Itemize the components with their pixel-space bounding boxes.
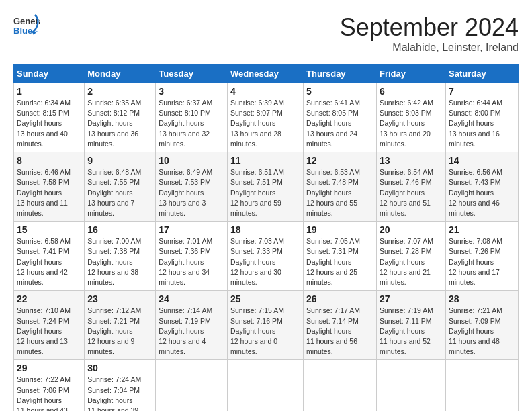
calendar-cell: 20Sunrise: 7:07 AMSunset: 7:28 PMDayligh… [376,222,445,291]
day-number: 5 [306,86,373,97]
day-info: Sunrise: 6:42 AMSunset: 8:03 PMDaylight … [380,98,443,149]
calendar-cell: 5Sunrise: 6:41 AMSunset: 8:05 PMDaylight… [304,83,377,152]
calendar-cell: 27Sunrise: 7:19 AMSunset: 7:11 PMDayligh… [376,291,445,360]
day-info: Sunrise: 7:05 AMSunset: 7:31 PMDaylight … [306,236,373,287]
day-number: 27 [380,293,443,304]
calendar-cell: 7Sunrise: 6:44 AMSunset: 8:00 PMDaylight… [445,83,518,152]
day-number: 6 [380,86,443,97]
calendar-cell: 17Sunrise: 7:01 AMSunset: 7:36 PMDayligh… [156,222,228,291]
day-info: Sunrise: 7:01 AMSunset: 7:36 PMDaylight … [159,236,224,287]
day-info: Sunrise: 6:54 AMSunset: 7:46 PMDaylight … [380,167,443,218]
day-number: 9 [87,155,152,166]
calendar-week-row: 22Sunrise: 7:10 AMSunset: 7:24 PMDayligh… [14,291,519,360]
calendar-table: SundayMondayTuesdayWednesdayThursdayFrid… [13,64,519,411]
day-number: 2 [87,86,152,97]
day-info: Sunrise: 7:24 AMSunset: 7:04 PMDaylight … [87,375,152,411]
day-number: 24 [159,293,224,304]
calendar-week-row: 1Sunrise: 6:34 AMSunset: 8:15 PMDaylight… [14,83,519,152]
calendar-week-row: 15Sunrise: 6:58 AMSunset: 7:41 PMDayligh… [14,222,519,291]
day-number: 10 [159,155,224,166]
calendar-cell: 11Sunrise: 6:51 AMSunset: 7:51 PMDayligh… [228,152,304,222]
calendar-day-header: Sunday [14,64,85,83]
day-info: Sunrise: 7:07 AMSunset: 7:28 PMDaylight … [380,236,443,287]
day-number: 23 [87,293,152,304]
day-number: 3 [159,86,224,97]
day-info: Sunrise: 6:48 AMSunset: 7:55 PMDaylight … [87,167,152,218]
day-number: 21 [449,224,515,235]
day-number: 4 [230,86,300,97]
day-number: 12 [306,155,373,166]
day-number: 18 [230,224,300,235]
calendar-cell [304,360,377,411]
day-info: Sunrise: 7:22 AMSunset: 7:06 PMDaylight … [17,375,81,411]
calendar-day-header: Thursday [304,64,377,83]
calendar-day-header: Friday [376,64,445,83]
day-number: 8 [17,155,81,166]
day-number: 22 [17,293,81,304]
day-number: 19 [306,224,373,235]
day-info: Sunrise: 6:44 AMSunset: 8:00 PMDaylight … [449,98,515,149]
calendar-cell: 29Sunrise: 7:22 AMSunset: 7:06 PMDayligh… [14,360,85,411]
calendar-cell: 15Sunrise: 6:58 AMSunset: 7:41 PMDayligh… [14,222,85,291]
calendar-cell: 1Sunrise: 6:34 AMSunset: 8:15 PMDaylight… [14,83,85,152]
day-info: Sunrise: 7:19 AMSunset: 7:11 PMDaylight … [380,306,443,357]
day-info: Sunrise: 6:53 AMSunset: 7:48 PMDaylight … [306,167,373,218]
day-info: Sunrise: 6:58 AMSunset: 7:41 PMDaylight … [17,236,81,287]
day-info: Sunrise: 6:34 AMSunset: 8:15 PMDaylight … [17,98,81,149]
day-number: 20 [380,224,443,235]
day-number: 11 [230,155,300,166]
day-info: Sunrise: 6:51 AMSunset: 7:51 PMDaylight … [230,167,300,218]
day-info: Sunrise: 7:10 AMSunset: 7:24 PMDaylight … [17,306,81,357]
calendar-cell: 3Sunrise: 6:37 AMSunset: 8:10 PMDaylight… [156,83,228,152]
calendar-cell: 12Sunrise: 6:53 AMSunset: 7:48 PMDayligh… [304,152,377,222]
svg-text:Blue: Blue [13,26,32,36]
day-number: 14 [449,155,515,166]
day-info: Sunrise: 6:49 AMSunset: 7:53 PMDaylight … [159,167,224,218]
calendar-cell: 25Sunrise: 7:15 AMSunset: 7:16 PMDayligh… [228,291,304,360]
calendar-day-header: Wednesday [228,64,304,83]
calendar-cell: 28Sunrise: 7:21 AMSunset: 7:09 PMDayligh… [445,291,518,360]
day-number: 29 [17,363,81,373]
day-number: 30 [87,363,152,373]
calendar-cell: 19Sunrise: 7:05 AMSunset: 7:31 PMDayligh… [304,222,377,291]
day-info: Sunrise: 7:14 AMSunset: 7:19 PMDaylight … [159,306,224,357]
day-info: Sunrise: 7:15 AMSunset: 7:16 PMDaylight … [230,306,300,357]
calendar-week-row: 29Sunrise: 7:22 AMSunset: 7:06 PMDayligh… [14,360,519,411]
day-info: Sunrise: 7:03 AMSunset: 7:33 PMDaylight … [230,236,300,287]
calendar-cell: 8Sunrise: 6:46 AMSunset: 7:58 PMDaylight… [14,152,85,222]
calendar-cell [156,360,228,411]
day-info: Sunrise: 7:21 AMSunset: 7:09 PMDaylight … [449,306,515,357]
calendar-cell: 2Sunrise: 6:35 AMSunset: 8:12 PMDaylight… [85,83,156,152]
calendar-cell: 10Sunrise: 6:49 AMSunset: 7:53 PMDayligh… [156,152,228,222]
day-info: Sunrise: 7:00 AMSunset: 7:38 PMDaylight … [87,236,152,287]
calendar-cell: 22Sunrise: 7:10 AMSunset: 7:24 PMDayligh… [14,291,85,360]
page-subtitle: Malahide, Leinster, Ireland [340,42,519,54]
calendar-header: SundayMondayTuesdayWednesdayThursdayFrid… [14,64,519,83]
calendar-cell: 14Sunrise: 6:56 AMSunset: 7:43 PMDayligh… [445,152,518,222]
day-number: 15 [17,224,81,235]
day-info: Sunrise: 6:35 AMSunset: 8:12 PMDaylight … [87,98,152,149]
page-header: General Blue September 2024 Malahide, Le… [13,13,519,54]
day-number: 13 [380,155,443,166]
calendar-cell: 30Sunrise: 7:24 AMSunset: 7:04 PMDayligh… [85,360,156,411]
day-info: Sunrise: 7:12 AMSunset: 7:21 PMDaylight … [87,306,152,357]
day-info: Sunrise: 7:08 AMSunset: 7:26 PMDaylight … [449,236,515,287]
calendar-cell: 24Sunrise: 7:14 AMSunset: 7:19 PMDayligh… [156,291,228,360]
day-number: 17 [159,224,224,235]
title-block: September 2024 Malahide, Leinster, Irela… [340,13,519,54]
calendar-cell: 18Sunrise: 7:03 AMSunset: 7:33 PMDayligh… [228,222,304,291]
calendar-week-row: 8Sunrise: 6:46 AMSunset: 7:58 PMDaylight… [14,152,519,222]
calendar-cell: 16Sunrise: 7:00 AMSunset: 7:38 PMDayligh… [85,222,156,291]
calendar-day-header: Saturday [445,64,518,83]
calendar-cell: 26Sunrise: 7:17 AMSunset: 7:14 PMDayligh… [304,291,377,360]
day-number: 16 [87,224,152,235]
day-info: Sunrise: 7:17 AMSunset: 7:14 PMDaylight … [306,306,373,357]
calendar-day-header: Tuesday [156,64,228,83]
logo-icon: General Blue [13,13,40,38]
calendar-cell: 13Sunrise: 6:54 AMSunset: 7:46 PMDayligh… [376,152,445,222]
day-info: Sunrise: 6:46 AMSunset: 7:58 PMDaylight … [17,167,81,218]
day-info: Sunrise: 6:37 AMSunset: 8:10 PMDaylight … [159,98,224,149]
day-number: 28 [449,293,515,304]
calendar-cell [376,360,445,411]
day-number: 7 [449,86,515,97]
